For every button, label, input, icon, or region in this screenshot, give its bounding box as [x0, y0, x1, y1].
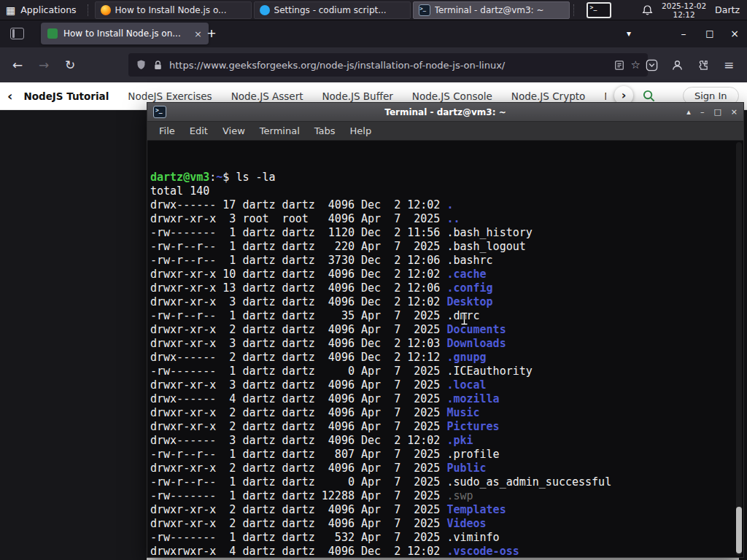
listing-meta: drwxr-xr-x 2 dartz dartz 4096 Apr 7 2025 — [150, 323, 446, 336]
listing-filename: .sudo_as_admin_successful — [446, 475, 611, 489]
gfg-nav-item[interactable]: Node.JS Crypto — [502, 90, 595, 102]
tab-close-icon[interactable]: × — [194, 28, 202, 39]
tray-terminal-icon[interactable] — [587, 2, 611, 18]
forward-icon[interactable]: → — [34, 56, 54, 74]
browser-tab[interactable]: How to Install Node.js on... × — [41, 23, 209, 44]
terminal-menu-tabs[interactable]: Tabs — [307, 125, 343, 136]
terminal-menu-file[interactable]: File — [152, 125, 182, 136]
gfg-nav-item[interactable]: NodeJS Exercises — [118, 90, 221, 102]
menu-hamburger-icon[interactable]: ≡ — [719, 56, 739, 74]
listing-meta: drwxr-xr-x 13 dartz dartz 4096 Dec 2 12:… — [150, 281, 446, 295]
terminal-menu-view[interactable]: View — [215, 125, 252, 136]
listing-meta: -rw------- 1 dartz dartz 532 Apr 7 2025 — [150, 531, 446, 544]
firefox-icon — [101, 5, 111, 15]
panel-user-label[interactable]: Dartz — [715, 4, 740, 15]
terminal-titlebar[interactable]: Terminal - dartz@vm3: ~ ▴ – □ × — [147, 103, 743, 122]
listing-filename: Public — [446, 462, 486, 475]
listing-filename: .viminfo — [446, 531, 499, 544]
terminal-listing-line: drwxr-xr-x 3 root root 4096 Apr 7 2025 .… — [150, 212, 733, 226]
taskbar-button-2[interactable]: Settings - codium script... — [254, 1, 411, 19]
listing-filename: .bash_logout — [446, 240, 525, 253]
listing-filename: Music — [446, 406, 479, 419]
gfg-nav-item[interactable]: NodeJS Tutorial — [14, 90, 118, 102]
listing-filename: Desktop — [446, 295, 492, 308]
lock-icon[interactable] — [153, 60, 163, 71]
bookmark-star-icon[interactable]: ☆ — [631, 58, 640, 71]
terminal-minimize-icon[interactable]: – — [700, 103, 705, 121]
back-icon[interactable]: ← — [7, 56, 28, 74]
gfg-nav-item[interactable]: Node.JS Buffer — [312, 90, 402, 102]
browser-toolbar: ← → ↻ https://www.geeksforgeeks.org/node… — [0, 47, 747, 82]
url-bar[interactable]: https://www.geeksforgeeks.org/node-js/in… — [128, 53, 648, 77]
window-maximize-icon[interactable]: □ — [701, 26, 719, 42]
terminal-listing-line: -rw------- 1 dartz dartz 1120 Dec 2 11:5… — [150, 226, 733, 240]
account-icon[interactable] — [667, 56, 687, 74]
tab-favicon — [47, 28, 58, 39]
terminal-listing-line: drwx------ 2 dartz dartz 4096 Dec 2 12:1… — [150, 351, 733, 365]
listing-meta: drwx------ 17 dartz dartz 4096 Dec 2 12:… — [150, 198, 446, 211]
listing-meta: drwxr-xr-x 2 dartz dartz 4096 Apr 7 2025 — [150, 517, 446, 530]
terminal-title: Terminal - dartz@vm3: ~ — [147, 107, 743, 117]
panel-right: 2025-12-02 12:12 Dartz — [642, 1, 747, 19]
codium-icon — [260, 5, 270, 15]
window-close-icon[interactable]: × — [726, 26, 743, 42]
reader-mode-icon[interactable] — [614, 60, 624, 71]
terminal-listing-line: -rw------- 1 dartz dartz 12288 Apr 7 202… — [150, 489, 733, 503]
listing-meta: drwxr-xr-x 2 dartz dartz 4096 Apr 7 2025 — [150, 462, 446, 475]
terminal-output: dartz@vm3:~$ ls -latotal 140drwx------ 1… — [150, 171, 733, 557]
listing-meta: drwxr-xr-x 3 dartz dartz 4096 Dec 2 12:0… — [150, 337, 446, 350]
extensions-puzzle-icon[interactable] — [692, 56, 713, 74]
terminal-listing-line: drwxrwxr-x 4 dartz dartz 4096 Dec 2 12:0… — [150, 545, 733, 557]
terminal-close-icon[interactable]: × — [731, 103, 738, 121]
gfg-nav-item[interactable]: Node.JS Console — [403, 90, 502, 102]
notification-bell-icon[interactable] — [642, 4, 653, 16]
listing-filename: .gnupg — [446, 351, 486, 364]
terminal-scrollbar-thumb[interactable] — [736, 507, 742, 553]
terminal-listing-line: drwxr-xr-x 2 dartz dartz 4096 Apr 7 2025… — [150, 503, 733, 517]
terminal-menu-help[interactable]: Help — [343, 125, 379, 136]
terminal-scrollbar-track[interactable] — [736, 142, 742, 556]
terminal-listing-line: -rw-r--r-- 1 dartz dartz 3730 Dec 2 12:0… — [150, 254, 733, 268]
gfg-nav-item[interactable]: Node.JS Assert — [222, 90, 313, 102]
listing-meta: -rw-r--r-- 1 dartz dartz 0 Apr 7 2025 — [150, 475, 446, 489]
applications-menu-button[interactable]: ▦ Applications — [0, 0, 84, 20]
listing-meta: drwxr-xr-x 2 dartz dartz 4096 Apr 7 2025 — [150, 406, 446, 419]
terminal-listing-line: -rw-r--r-- 1 dartz dartz 807 Apr 7 2025 … — [150, 448, 733, 462]
listing-filename: .swp — [446, 489, 473, 502]
tracking-shield-icon[interactable] — [136, 59, 147, 71]
taskbar-button-1[interactable]: How to Install Node.js o... — [95, 1, 252, 19]
listing-filename: Downloads — [446, 337, 506, 350]
gfg-nav-item[interactable]: Node.JS DNS — [595, 90, 606, 102]
firefox-view-icon[interactable] — [10, 28, 24, 39]
terminal-body[interactable]: dartz@vm3:~$ ls -latotal 140drwx------ 1… — [147, 141, 743, 557]
pocket-save-icon[interactable] — [641, 56, 662, 74]
window-minimize-icon[interactable]: – — [675, 26, 692, 42]
terminal-window-controls: ▴ – □ × — [686, 103, 738, 121]
terminal-maximize-icon[interactable]: □ — [713, 103, 721, 121]
listing-filename: .pki — [446, 434, 473, 447]
listing-meta: -rw------- 1 dartz dartz 12288 Apr 7 202… — [150, 489, 446, 502]
terminal-shade-icon[interactable]: ▴ — [686, 103, 691, 121]
terminal-listing-line: drwxr-xr-x 2 dartz dartz 4096 Apr 7 2025… — [150, 406, 733, 420]
terminal-menu-edit[interactable]: Edit — [182, 125, 215, 136]
new-tab-button[interactable]: + — [203, 26, 220, 42]
terminal-menu-terminal[interactable]: Terminal — [252, 125, 307, 136]
applications-label: Applications — [20, 4, 76, 15]
listing-meta: -rw-r--r-- 1 dartz dartz 220 Apr 7 2025 — [150, 240, 446, 253]
listing-meta: drwxr-xr-x 2 dartz dartz 4096 Apr 7 2025 — [150, 420, 446, 433]
taskbar-button-3[interactable]: Terminal - dartz@vm3: ~ — [413, 1, 570, 19]
terminal-listing-line: drwx------ 3 dartz dartz 4096 Dec 2 12:0… — [150, 434, 733, 448]
list-all-tabs-icon[interactable]: ▾ — [620, 26, 638, 42]
reload-icon[interactable]: ↻ — [60, 56, 80, 74]
listing-meta: -rw-r--r-- 1 dartz dartz 35 Apr 7 2025 — [150, 309, 446, 322]
url-text[interactable]: https://www.geeksforgeeks.org/node-js/in… — [169, 60, 608, 71]
listing-filename: .local — [446, 378, 486, 392]
terminal-window: Terminal - dartz@vm3: ~ ▴ – □ × FileEdit… — [147, 102, 744, 558]
tab-title: How to Install Node.js on... — [63, 28, 188, 39]
panel-clock[interactable]: 2025-12-02 12:12 — [662, 1, 706, 19]
gfg-nav-items: NodeJS TutorialNodeJS ExercisesNode.JS A… — [14, 90, 606, 102]
nav-scroll-left-icon[interactable]: ‹ — [7, 88, 12, 104]
listing-meta: drwxr-xr-x 3 dartz dartz 4096 Dec 2 12:0… — [150, 295, 446, 308]
terminal-listing-line: drwxr-xr-x 3 dartz dartz 4096 Dec 2 12:0… — [150, 337, 733, 351]
terminal-window-icon — [153, 106, 166, 118]
